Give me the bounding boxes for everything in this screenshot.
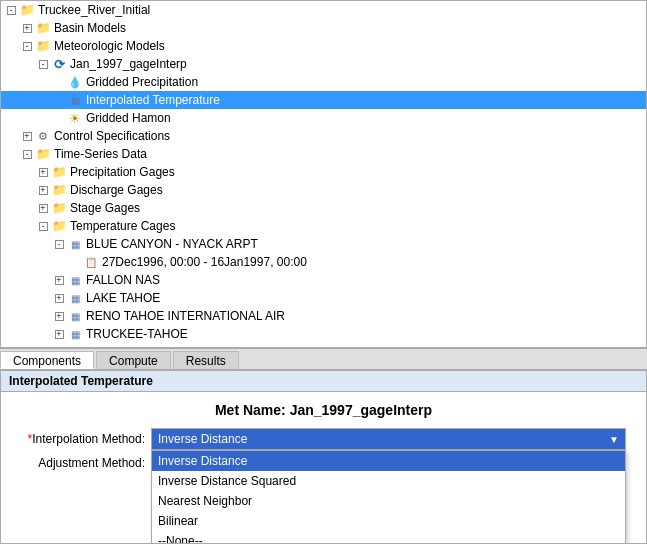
tree-label-truckee: Truckee_River_Initial	[38, 3, 150, 17]
tree-label-jan1997: Jan_1997_gageInterp	[70, 57, 187, 71]
tree-item-basin[interactable]: +📁Basin Models	[1, 19, 646, 37]
tree-item-dischargeGages[interactable]: +📁Discharge Gages	[1, 181, 646, 199]
expander-griddedHamon	[51, 110, 67, 126]
tree-item-truckee[interactable]: -📁Truckee_River_Initial	[1, 1, 646, 19]
tree-item-tempGages[interactable]: -📁Temperature Cages	[1, 217, 646, 235]
expander-blueCanyon[interactable]: -	[51, 236, 67, 252]
dropdown-option[interactable]: Inverse Distance Squared	[152, 471, 625, 491]
tree-item-lakeTahoe[interactable]: +▦LAKE TAHOE	[1, 289, 646, 307]
tab-compute[interactable]: Compute	[96, 351, 171, 369]
tree-label-renoTahoe: RENO TAHOE INTERNATIONAL AIR	[86, 309, 285, 323]
tree-item-jan1997[interactable]: -⟳Jan_1997_gageInterp	[1, 55, 646, 73]
expander-lakeTahoe[interactable]: +	[51, 290, 67, 306]
panel-header: Interpolated Temperature	[1, 371, 646, 392]
tree-item-griddedPrecip[interactable]: 💧Gridded Precipitation	[1, 73, 646, 91]
folder-icon: 📁	[51, 218, 67, 234]
folder-icon: 📁	[35, 146, 51, 162]
control-icon: ⚙	[35, 128, 51, 144]
station-icon: ▦	[67, 272, 83, 288]
expander-truckee[interactable]: -	[3, 2, 19, 18]
tree-label-lakeTahoe: LAKE TAHOE	[86, 291, 160, 305]
tree-label-tempGages: Temperature Cages	[70, 219, 175, 233]
tree-label-control: Control Specifications	[54, 129, 170, 143]
tree-label-griddedHamon: Gridded Hamon	[86, 111, 171, 125]
tree-item-metModels[interactable]: -📁Meteorologic Models	[1, 37, 646, 55]
expander-fallonNas[interactable]: +	[51, 272, 67, 288]
expander-dateRange	[67, 254, 83, 270]
bottom-panel: Interpolated Temperature Met Name: Jan_1…	[0, 370, 647, 544]
expander-tempGages[interactable]: -	[35, 218, 51, 234]
tree-label-dateRange: 27Dec1996, 00:00 - 16Jan1997, 00:00	[102, 255, 307, 269]
tree-label-griddedPrecip: Gridded Precipitation	[86, 75, 198, 89]
tree-item-precipGages[interactable]: +📁Precipitation Gages	[1, 163, 646, 181]
station-icon: ▦	[67, 92, 83, 108]
folder-icon: 📁	[19, 2, 35, 18]
met-name-title: Met Name: Jan_1997_gageInterp	[21, 402, 626, 418]
folder-icon: 📁	[51, 200, 67, 216]
expander-basin[interactable]: +	[19, 20, 35, 36]
tab-results[interactable]: Results	[173, 351, 239, 369]
tree-label-metModels: Meteorologic Models	[54, 39, 165, 53]
station-icon: ▦	[67, 326, 83, 342]
expander-precipGages[interactable]: +	[35, 164, 51, 180]
tree-item-blueCanyon[interactable]: -▦BLUE CANYON - NYACK ARPT	[1, 235, 646, 253]
tree-item-timeSeries[interactable]: -📁Time-Series Data	[1, 145, 646, 163]
interpolation-dropdown-list[interactable]: Inverse DistanceInverse Distance Squared…	[151, 450, 626, 544]
expander-jan1997[interactable]: -	[35, 56, 51, 72]
tree-label-precipGages: Precipitation Gages	[70, 165, 175, 179]
tab-bar: ComponentsComputeResults	[0, 348, 647, 370]
dropdown-option[interactable]: Bilinear	[152, 511, 625, 531]
expander-control[interactable]: +	[19, 128, 35, 144]
expander-metModels[interactable]: -	[19, 38, 35, 54]
expander-renoTahoe[interactable]: +	[51, 308, 67, 324]
main-container: -📁Truckee_River_Initial+📁Basin Models-📁M…	[0, 0, 647, 544]
tree-label-timeSeries: Time-Series Data	[54, 147, 147, 161]
interpolation-label: Interpolation Method:	[21, 432, 151, 446]
hamon-icon: ☀	[67, 110, 83, 126]
expander-timeSeries[interactable]: -	[19, 146, 35, 162]
dropdown-option[interactable]: Inverse Distance	[152, 451, 625, 471]
form-area: Met Name: Jan_1997_gageInterp Interpolat…	[1, 392, 646, 486]
tree-item-fallonNas[interactable]: +▦FALLON NAS	[1, 271, 646, 289]
folder-icon: 📁	[35, 38, 51, 54]
tree-label-dischargeGages: Discharge Gages	[70, 183, 163, 197]
tree-label-fallonNas: FALLON NAS	[86, 273, 160, 287]
met-name-prefix: Met Name:	[215, 402, 286, 418]
tree-item-dateRange[interactable]: 📋27Dec1996, 00:00 - 16Jan1997, 00:00	[1, 253, 646, 271]
tree-item-renoTahoe[interactable]: +▦RENO TAHOE INTERNATIONAL AIR	[1, 307, 646, 325]
met-name-value: Jan_1997_gageInterp	[290, 402, 432, 418]
expander-dischargeGages[interactable]: +	[35, 182, 51, 198]
precip-icon: 💧	[67, 74, 83, 90]
tree-panel[interactable]: -📁Truckee_River_Initial+📁Basin Models-📁M…	[0, 0, 647, 348]
expander-truckeeTahoe[interactable]: +	[51, 326, 67, 342]
expander-stageGages[interactable]: +	[35, 200, 51, 216]
folder-icon: 📁	[35, 20, 51, 36]
station-icon: ▦	[67, 308, 83, 324]
tree-label-interpTemp: Interpolated Temperature	[86, 93, 220, 107]
tree-item-stageGages[interactable]: +📁Stage Gages	[1, 199, 646, 217]
tree-label-basin: Basin Models	[54, 21, 126, 35]
tree-item-truckeeTahoe[interactable]: +▦TRUCKEE-TAHOE	[1, 325, 646, 343]
folder-icon: 📁	[51, 164, 67, 180]
interpolation-dropdown-selected[interactable]: Inverse Distance ▼	[151, 428, 626, 450]
daterange-icon: 📋	[83, 254, 99, 270]
tree-label-stageGages: Stage Gages	[70, 201, 140, 215]
tree-item-control[interactable]: +⚙Control Specifications	[1, 127, 646, 145]
tree-label-blueCanyon: BLUE CANYON - NYACK ARPT	[86, 237, 258, 251]
dropdown-arrow-icon: ▼	[609, 434, 619, 445]
dropdown-option[interactable]: --None--	[152, 531, 625, 544]
station-icon: ▦	[67, 236, 83, 252]
tree-label-truckeeTahoe: TRUCKEE-TAHOE	[86, 327, 188, 341]
expander-interpTemp	[51, 92, 67, 108]
interpolation-dropdown-container: Inverse Distance ▼ Inverse DistanceInver…	[151, 428, 626, 450]
interpolation-row: Interpolation Method: Inverse Distance ▼…	[21, 428, 626, 450]
tab-components[interactable]: Components	[0, 351, 94, 369]
adjustment-label: Adjustment Method:	[21, 456, 151, 470]
station-icon: ▦	[67, 290, 83, 306]
interp-icon: ⟳	[51, 56, 67, 72]
interpolation-selected-text: Inverse Distance	[158, 432, 247, 446]
tree-item-interpTemp[interactable]: ▦Interpolated Temperature	[1, 91, 646, 109]
dropdown-option[interactable]: Nearest Neighbor	[152, 491, 625, 511]
tree-item-griddedHamon[interactable]: ☀Gridded Hamon	[1, 109, 646, 127]
expander-griddedPrecip	[51, 74, 67, 90]
